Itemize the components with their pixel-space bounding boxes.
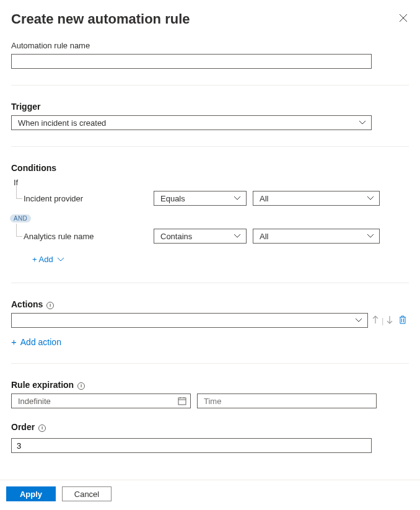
expiration-date-input[interactable]: Indefinite bbox=[11, 393, 191, 408]
add-condition-button[interactable]: + Add bbox=[32, 255, 409, 264]
expiration-label: Rule expiration i bbox=[11, 380, 409, 390]
move-down-icon bbox=[386, 315, 393, 326]
and-badge: AND bbox=[10, 214, 31, 222]
trigger-dropdown[interactable]: When incident is created bbox=[11, 115, 372, 130]
add-condition-label: + Add bbox=[32, 255, 53, 264]
condition-value: All bbox=[260, 232, 268, 241]
chevron-down-icon bbox=[359, 120, 366, 125]
order-input[interactable] bbox=[11, 438, 372, 453]
condition-operator-value: Equals bbox=[160, 194, 185, 203]
calendar-icon bbox=[178, 397, 186, 405]
condition-value: All bbox=[260, 194, 268, 203]
add-action-label: Add action bbox=[20, 337, 61, 347]
chevron-down-icon bbox=[355, 318, 362, 323]
chevron-down-icon bbox=[367, 234, 374, 239]
conditions-label: Conditions bbox=[11, 163, 409, 173]
info-icon: i bbox=[77, 382, 85, 390]
conditions-if-label: If bbox=[14, 178, 409, 187]
condition-operator-value: Contains bbox=[160, 232, 192, 241]
move-up-icon bbox=[372, 315, 379, 326]
trigger-label: Trigger bbox=[11, 102, 409, 112]
delete-icon[interactable] bbox=[398, 315, 407, 327]
condition-value-dropdown[interactable]: All bbox=[253, 191, 380, 206]
expiration-date-value: Indefinite bbox=[18, 397, 51, 406]
actions-label: Actions i bbox=[11, 299, 409, 309]
info-icon: i bbox=[46, 302, 54, 309]
separator: | bbox=[382, 316, 383, 325]
chevron-down-icon bbox=[234, 196, 241, 201]
trigger-value: When incident is created bbox=[18, 118, 106, 128]
add-action-button[interactable]: + Add action bbox=[11, 336, 409, 347]
info-icon: i bbox=[38, 424, 46, 432]
rule-name-label: Automation rule name bbox=[11, 41, 409, 50]
page-title: Create new automation rule bbox=[11, 11, 190, 27]
condition-field-label: Analytics rule name bbox=[24, 232, 147, 241]
condition-value-dropdown[interactable]: All bbox=[253, 229, 380, 244]
expiration-time-input[interactable] bbox=[197, 393, 377, 408]
condition-operator-dropdown[interactable]: Contains bbox=[154, 229, 247, 244]
chevron-down-icon bbox=[57, 257, 64, 262]
close-icon[interactable] bbox=[399, 14, 409, 24]
chevron-down-icon bbox=[234, 234, 241, 239]
order-label: Order i bbox=[11, 422, 409, 432]
rule-name-input[interactable] bbox=[11, 54, 372, 69]
action-dropdown[interactable] bbox=[11, 313, 368, 328]
condition-operator-dropdown[interactable]: Equals bbox=[154, 191, 247, 206]
condition-field-label: Incident provider bbox=[24, 194, 147, 203]
chevron-down-icon bbox=[367, 196, 374, 201]
plus-icon: + bbox=[11, 336, 17, 347]
svg-rect-0 bbox=[178, 398, 186, 405]
